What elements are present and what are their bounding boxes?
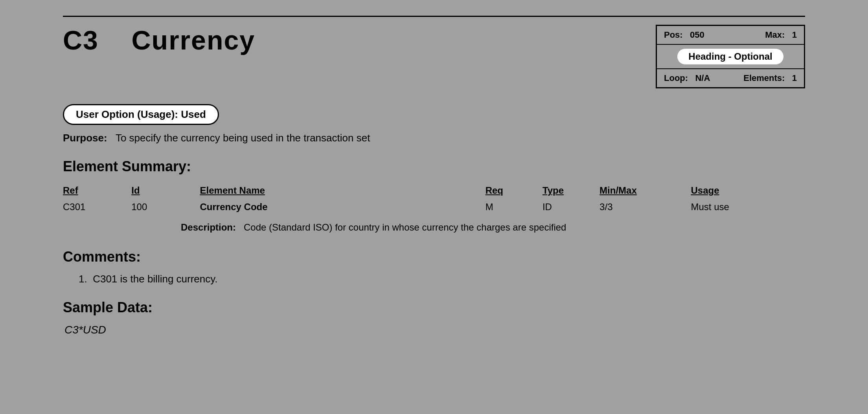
- pos-label-text: Pos: 050: [664, 30, 704, 40]
- table-header-row: Ref Id Element Name Req Type Min/Max Usa…: [63, 183, 805, 198]
- cell-ref: C301: [63, 198, 131, 216]
- segment-name: Currency: [132, 25, 256, 55]
- cell-minmax: 3/3: [600, 198, 691, 216]
- description-label: Description:: [181, 222, 236, 233]
- cell-usage: Must use: [691, 198, 805, 216]
- user-option-badge: User Option (Usage): Used: [63, 104, 219, 125]
- comments-heading: Comments:: [63, 249, 805, 265]
- loop-label-text: Loop: N/A: [664, 73, 710, 83]
- element-table: Ref Id Element Name Req Type Min/Max Usa…: [63, 183, 805, 241]
- info-box: Pos: 050 Max: 1 Heading - Optional Loop:…: [656, 25, 805, 88]
- cell-req: M: [485, 198, 542, 216]
- description-cell: Description: Code (Standard ISO) for cou…: [63, 216, 805, 241]
- sample-data-heading: Sample Data:: [63, 299, 805, 316]
- user-option-label: User Option (Usage):: [76, 108, 178, 121]
- col-header-minmax: Min/Max: [600, 183, 691, 198]
- description-text: Code (Standard ISO) for country in whose…: [244, 222, 566, 233]
- purpose-text: To specify the currency being used in th…: [116, 132, 370, 144]
- purpose-line: Purpose: To specify the currency being u…: [63, 132, 805, 144]
- segment-title: C3 Currency: [63, 25, 255, 55]
- col-header-id: Id: [131, 183, 200, 198]
- sample-data-section: Sample Data: C3*USD: [63, 299, 805, 336]
- max-label-text: Max: 1: [765, 30, 797, 40]
- col-header-element-name: Element Name: [200, 183, 485, 198]
- description-row: Description: Code (Standard ISO) for cou…: [63, 216, 805, 241]
- purpose-label: Purpose:: [63, 132, 107, 144]
- element-summary-heading: Element Summary:: [63, 158, 805, 175]
- comments-section: Comments: 1. C301 is the billing currenc…: [63, 249, 805, 285]
- col-header-ref: Ref: [63, 183, 131, 198]
- elements-label-text: Elements: 1: [743, 73, 797, 83]
- table-row: C301 100 Currency Code M ID 3/3 Must use: [63, 198, 805, 216]
- sample-data-value: C3*USD: [63, 324, 805, 336]
- cell-element-name: Currency Code: [200, 198, 485, 216]
- info-box-pos-max-row: Pos: 050 Max: 1: [657, 26, 804, 44]
- info-box-loop-elements-row: Loop: N/A Elements: 1: [657, 69, 804, 87]
- comment-item-1: 1. C301 is the billing currency.: [63, 273, 805, 285]
- user-option-value: Used: [181, 108, 206, 121]
- header-section: C3 Currency Pos: 050 Max: 1 Heading - Op: [63, 16, 805, 88]
- heading-badge: Heading - Optional: [677, 49, 783, 64]
- col-header-type: Type: [542, 183, 600, 198]
- cell-type: ID: [542, 198, 600, 216]
- col-header-req: Req: [485, 183, 542, 198]
- info-box-heading-row: Heading - Optional: [657, 44, 804, 69]
- col-header-usage: Usage: [691, 183, 805, 198]
- cell-id: 100: [131, 198, 200, 216]
- segment-code: C3: [63, 25, 99, 55]
